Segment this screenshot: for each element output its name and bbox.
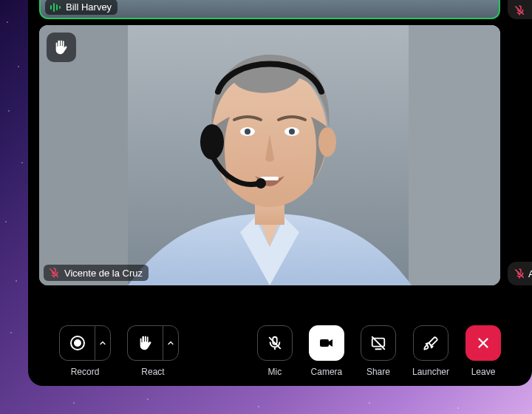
hand-raised-icon — [137, 335, 154, 351]
svg-rect-7 — [409, 25, 500, 285]
participant-tile-right-2[interactable]: A — [508, 262, 532, 285]
hand-raised-badge — [47, 33, 76, 62]
launcher-label: Launcher — [412, 367, 449, 377]
mic-label: Mic — [268, 367, 282, 377]
leave-button[interactable] — [466, 325, 501, 361]
close-icon — [475, 335, 491, 351]
react-button-group — [127, 325, 179, 361]
mic-muted-icon — [514, 268, 525, 279]
chevron-up-icon — [98, 339, 107, 347]
leave-label: Leave — [471, 367, 496, 377]
mic-muted-icon — [48, 267, 60, 279]
call-toolbar: Record React — [28, 325, 532, 377]
launcher-button[interactable] — [413, 325, 449, 361]
participant-name-chip: Vicente de la Cruz — [44, 265, 149, 281]
participant-tile-top[interactable]: Bill Harvey — [39, 0, 500, 19]
record-menu-button[interactable] — [95, 325, 111, 361]
participant-name: Vicente de la Cruz — [64, 268, 143, 279]
mic-muted-icon — [514, 4, 525, 16]
participant-tile-main[interactable]: Vicente de la Cruz — [39, 25, 500, 285]
react-button[interactable] — [127, 325, 163, 361]
svg-rect-25 — [320, 339, 329, 347]
speaking-indicator-icon — [50, 2, 61, 13]
call-panel: Bill Harvey — [28, 0, 532, 386]
participant-name-partial: A — [528, 268, 532, 279]
share-button[interactable] — [361, 325, 396, 361]
hand-raised-icon — [53, 39, 69, 55]
camera-icon — [318, 334, 335, 352]
svg-point-11 — [318, 127, 336, 157]
svg-rect-6 — [39, 25, 128, 285]
toolbar-left-cluster: Record React — [59, 325, 179, 377]
participant-name: Bill Harvey — [66, 1, 112, 13]
mic-button[interactable] — [257, 325, 293, 361]
svg-point-15 — [289, 129, 295, 135]
record-button-group — [59, 325, 111, 361]
record-label: Record — [71, 367, 100, 377]
camera-button[interactable] — [309, 325, 344, 361]
react-label: React — [141, 367, 164, 377]
record-icon — [69, 334, 86, 352]
share-label: Share — [366, 367, 390, 377]
toolbar-right-cluster: Mic Camera Share — [257, 325, 501, 377]
rocket-icon — [423, 335, 439, 351]
svg-point-14 — [245, 129, 250, 135]
svg-point-18 — [256, 178, 266, 189]
camera-label: Camera — [311, 367, 343, 377]
record-button[interactable] — [59, 325, 95, 361]
react-menu-button[interactable] — [163, 325, 179, 361]
chevron-up-icon — [166, 339, 175, 347]
participant-tile-right-1[interactable] — [508, 0, 532, 19]
participant-name-chip: Bill Harvey — [45, 0, 117, 15]
mic-muted-icon — [267, 335, 283, 351]
share-screen-off-icon — [370, 335, 386, 351]
svg-point-22 — [75, 340, 81, 346]
participant-video-placeholder — [39, 25, 500, 285]
